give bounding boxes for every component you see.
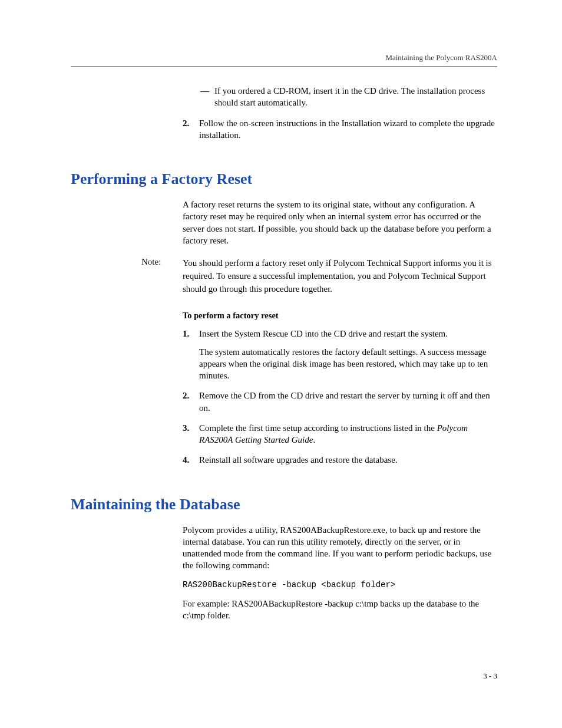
- note-body: You should perform a factory reset only …: [183, 257, 497, 295]
- db-example-para: For example: RAS200ABackupRestore -backu…: [183, 598, 497, 622]
- procedure-heading: To perform a factory reset: [183, 311, 497, 321]
- step-text: Insert the System Rescue CD into the CD …: [199, 329, 448, 338]
- step-number: 2.: [183, 117, 189, 129]
- step-number: 2.: [183, 390, 189, 401]
- heading-database: Maintaining the Database: [71, 496, 497, 513]
- reset-procedure-block: To perform a factory reset 1. Insert the…: [183, 311, 497, 466]
- reset-step-3: 3. Complete the first time setup accordi…: [183, 422, 497, 446]
- db-command-line: RAS200BackupRestore -backup <backup fold…: [183, 580, 497, 589]
- running-head: Maintaining the Polycom RAS200A: [71, 53, 497, 62]
- db-intro-para: Polycom provides a utility, RAS200ABacku…: [183, 524, 497, 572]
- step-text: Remove the CD from the CD drive and rest…: [199, 391, 490, 412]
- note-label: Note:: [141, 257, 183, 295]
- page-number: 3 - 3: [483, 671, 497, 681]
- reset-step-4: 4. Reinstall all software upgrades and r…: [183, 454, 497, 466]
- reset-step-2: 2. Remove the CD from the CD drive and r…: [183, 390, 497, 414]
- top-continuation-block: — If you ordered a CD-ROM, insert it in …: [183, 85, 497, 141]
- heading-factory-reset: Performing a Factory Reset: [71, 170, 497, 188]
- step-number: 4.: [183, 454, 189, 466]
- step-1-followup: The system automatically restores the fa…: [199, 346, 497, 382]
- db-block: Polycom provides a utility, RAS200ABacku…: [183, 524, 497, 622]
- step-text-b: .: [313, 435, 315, 444]
- sub-bullet-cdrom: — If you ordered a CD-ROM, insert it in …: [200, 85, 497, 109]
- step-text: Follow the on-screen instructions in the…: [199, 118, 495, 140]
- step-2-upgrade: 2. Follow the on-screen instructions in …: [183, 117, 497, 141]
- reset-intro-block: A factory reset returns the system to it…: [183, 199, 497, 246]
- header-rule: [71, 66, 497, 67]
- dash-icon: —: [200, 85, 209, 97]
- step-number: 1.: [183, 328, 189, 340]
- note-block: Note: You should perform a factory reset…: [141, 257, 497, 295]
- reset-step-1: 1. Insert the System Rescue CD into the …: [183, 328, 497, 381]
- step-number: 3.: [183, 422, 189, 434]
- page: Maintaining the Polycom RAS200A — If you…: [0, 0, 562, 728]
- step-text-a: Complete the first time setup according …: [199, 423, 437, 433]
- reset-intro-para: A factory reset returns the system to it…: [183, 199, 497, 246]
- sub-bullet-text: If you ordered a CD-ROM, insert it in th…: [214, 86, 485, 107]
- step-text: Reinstall all software upgrades and rest…: [199, 455, 398, 465]
